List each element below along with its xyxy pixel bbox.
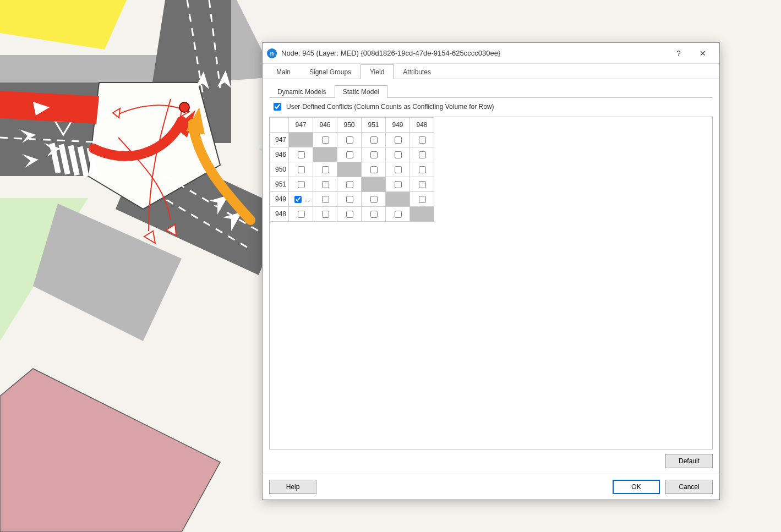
matrix-cell-checkbox[interactable] (395, 166, 402, 173)
conflict-matrix: 947946950951949948947946950951949...948 (270, 117, 434, 222)
matrix-cell-checkbox[interactable] (322, 196, 329, 203)
matrix-cell[interactable] (410, 147, 434, 162)
matrix-row-header: 947 (270, 133, 289, 147)
matrix-cell-checkbox[interactable] (395, 181, 402, 188)
matrix-cell-checkbox[interactable] (322, 181, 329, 188)
cancel-button[interactable]: Cancel (665, 480, 713, 494)
matrix-cell (386, 192, 410, 207)
matrix-cell[interactable] (410, 192, 434, 207)
matrix-cell-checkbox[interactable] (395, 211, 402, 218)
svg-point-40 (179, 102, 189, 112)
matrix-cell[interactable] (337, 147, 362, 162)
matrix-col-header: 946 (313, 118, 337, 133)
tab-signal-groups[interactable]: Signal Groups (300, 64, 361, 79)
titlebar: n Node: 945 (Layer: MED) {008d1826-19cd-… (263, 43, 719, 64)
matrix-cell[interactable] (362, 133, 386, 147)
matrix-cell[interactable] (410, 133, 434, 147)
matrix-cell (289, 133, 313, 147)
matrix-cell-checkbox[interactable] (419, 136, 426, 144)
dialog-title: Node: 945 (Layer: MED) {008d1826-19cd-47… (281, 49, 667, 57)
button-bar: Help OK Cancel (263, 474, 719, 500)
matrix-cell-checkbox[interactable] (346, 196, 353, 203)
matrix-cell-checkbox[interactable] (370, 166, 378, 173)
matrix-cell (410, 207, 434, 222)
matrix-cell[interactable] (386, 207, 410, 222)
matrix-cell[interactable] (313, 192, 337, 207)
matrix-cell-suffix: ... (304, 196, 309, 202)
matrix-cell[interactable] (386, 147, 410, 162)
matrix-row-header: 948 (270, 207, 289, 222)
matrix-cell-checkbox[interactable] (419, 151, 426, 158)
matrix-cell (313, 147, 337, 162)
tabs-outer: Main Signal Groups Yield Attributes (263, 64, 719, 79)
matrix-cell-checkbox[interactable] (395, 136, 402, 144)
matrix-cell-checkbox[interactable] (322, 211, 329, 218)
matrix-cell-checkbox[interactable] (370, 151, 378, 158)
matrix-cell[interactable] (313, 207, 337, 222)
matrix-cell[interactable] (289, 177, 313, 192)
close-icon[interactable]: ✕ (691, 45, 715, 62)
tabs-inner: Dynamic Models Static Model (269, 85, 713, 98)
ok-button[interactable]: OK (613, 480, 660, 494)
help-button[interactable]: Help (269, 480, 316, 494)
matrix-cell[interactable] (362, 192, 386, 207)
conflict-matrix-container: 947946950951949948947946950951949...948 (269, 117, 713, 449)
matrix-corner (270, 118, 289, 133)
default-button[interactable]: Default (665, 454, 713, 468)
matrix-cell-checkbox[interactable] (298, 211, 305, 218)
matrix-cell-checkbox[interactable] (395, 151, 402, 158)
user-defined-conflicts-checkbox[interactable] (274, 103, 281, 111)
matrix-cell[interactable] (289, 162, 313, 177)
tab-static-model[interactable]: Static Model (335, 85, 387, 98)
matrix-col-header: 949 (386, 118, 410, 133)
matrix-cell[interactable] (362, 147, 386, 162)
matrix-cell-checkbox[interactable] (419, 181, 426, 188)
tab-attributes[interactable]: Attributes (394, 64, 440, 79)
matrix-col-header: 948 (410, 118, 434, 133)
matrix-cell[interactable] (313, 177, 337, 192)
matrix-cell-checkbox[interactable] (370, 211, 378, 218)
matrix-cell[interactable] (337, 192, 362, 207)
matrix-cell-checkbox[interactable] (298, 151, 305, 158)
matrix-cell[interactable] (289, 207, 313, 222)
matrix-cell[interactable] (410, 162, 434, 177)
matrix-cell[interactable] (313, 133, 337, 147)
matrix-cell-checkbox[interactable] (298, 166, 305, 173)
matrix-cell-checkbox[interactable] (419, 196, 426, 203)
matrix-cell[interactable] (386, 162, 410, 177)
matrix-cell[interactable] (337, 133, 362, 147)
matrix-cell-checkbox[interactable] (322, 136, 329, 144)
matrix-cell-checkbox[interactable] (346, 211, 353, 218)
matrix-cell[interactable] (337, 207, 362, 222)
matrix-cell-checkbox[interactable] (370, 136, 378, 144)
matrix-cell[interactable] (386, 133, 410, 147)
matrix-cell[interactable] (289, 147, 313, 162)
matrix-cell[interactable] (410, 177, 434, 192)
matrix-cell-checkbox[interactable] (370, 196, 378, 203)
matrix-cell-checkbox[interactable] (298, 181, 305, 188)
matrix-cell[interactable] (386, 177, 410, 192)
matrix-cell[interactable]: ... (289, 192, 313, 207)
matrix-cell-checkbox[interactable] (419, 166, 426, 173)
matrix-cell[interactable] (362, 207, 386, 222)
matrix-cell[interactable] (337, 177, 362, 192)
matrix-cell-checkbox[interactable] (322, 166, 329, 173)
user-defined-conflicts-row: User-Defined Conflicts (Column Counts as… (269, 98, 713, 117)
matrix-col-header: 947 (289, 118, 313, 133)
matrix-cell[interactable] (313, 162, 337, 177)
matrix-row-header: 949 (270, 192, 289, 207)
user-defined-conflicts-label: User-Defined Conflicts (Column Counts as… (286, 103, 494, 111)
tab-dynamic-models[interactable]: Dynamic Models (269, 85, 335, 98)
help-icon[interactable]: ? (667, 45, 691, 62)
matrix-col-header: 951 (362, 118, 386, 133)
matrix-cell[interactable] (362, 162, 386, 177)
matrix-col-header: 950 (337, 118, 362, 133)
matrix-cell-checkbox[interactable] (346, 151, 353, 158)
matrix-cell-checkbox[interactable] (346, 136, 353, 144)
tab-main[interactable]: Main (267, 64, 300, 79)
matrix-cell-checkbox[interactable] (294, 196, 302, 203)
matrix-cell-checkbox[interactable] (346, 181, 353, 188)
matrix-cell (362, 177, 386, 192)
tab-yield[interactable]: Yield (361, 64, 394, 79)
matrix-row-header: 951 (270, 177, 289, 192)
